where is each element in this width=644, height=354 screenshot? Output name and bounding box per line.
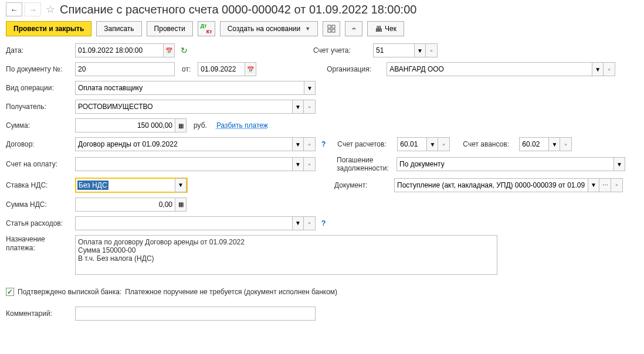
date-input[interactable]	[75, 43, 163, 57]
calcacc-input[interactable]	[397, 137, 426, 151]
comment-label: Комментарий:	[6, 309, 72, 318]
contract-input[interactable]	[75, 137, 292, 151]
optype-dropdown[interactable]: ▼	[304, 81, 316, 95]
calcacc-dropdown[interactable]: ▼	[426, 137, 438, 151]
account-label: Счет учета:	[313, 46, 370, 55]
from-label: от:	[182, 65, 191, 73]
debt-dropdown[interactable]: ▼	[614, 157, 625, 171]
calcacc-open[interactable]: ▫	[438, 137, 450, 151]
vatsum-input[interactable]	[75, 198, 175, 212]
payacc-input[interactable]	[75, 157, 292, 171]
vatsum-label: Сумма НДС:	[6, 200, 72, 209]
recipient-input[interactable]	[75, 100, 292, 114]
advacc-dropdown[interactable]: ▼	[548, 137, 560, 151]
advacc-open[interactable]: ▫	[560, 137, 572, 151]
cheque-button[interactable]: 🖶 Чек	[367, 21, 404, 36]
contract-dropdown[interactable]: ▼	[292, 137, 304, 151]
debt-label: Погашение задолженности:	[337, 156, 393, 173]
vatrate-label: Ставка НДС:	[6, 181, 72, 189]
docno-label: По документу №:	[6, 65, 72, 73]
page-title: Списание с расчетного счета 0000-000042 …	[60, 3, 416, 16]
calendar-button[interactable]: 📅	[163, 43, 175, 57]
svg-rect-2	[328, 29, 331, 32]
vatrate-input[interactable]: Без НДС	[77, 181, 109, 190]
svg-rect-1	[332, 25, 335, 28]
document-open[interactable]: ▫	[611, 178, 623, 192]
account-open[interactable]: ▫	[426, 43, 438, 57]
optype-label: Вид операции:	[6, 84, 72, 92]
document-dropdown[interactable]: ▼	[588, 178, 599, 192]
debt-input[interactable]	[396, 157, 614, 171]
paperclip-icon: 𝄐	[352, 25, 356, 33]
split-payment-link[interactable]: Разбить платеж	[216, 121, 268, 130]
account-dropdown[interactable]: ▼	[414, 43, 426, 57]
chevron-down-icon: ▼	[305, 26, 310, 32]
attachment-button[interactable]: 𝄐	[345, 21, 362, 36]
sum-input[interactable]	[75, 118, 175, 132]
sum-calc[interactable]: ▦	[175, 118, 187, 132]
advacc-input[interactable]	[519, 137, 548, 151]
vatrate-dropdown[interactable]: ▼	[175, 178, 187, 192]
document-more[interactable]: ⋯	[599, 178, 611, 192]
svg-rect-0	[328, 25, 331, 28]
recipient-dropdown[interactable]: ▼	[292, 100, 304, 114]
svg-rect-3	[332, 29, 335, 32]
printer-icon: 🖶	[375, 25, 382, 33]
structure-icon	[327, 25, 335, 33]
calcacc-label: Счет расчетов:	[337, 140, 394, 148]
favorite-star-icon[interactable]: ☆	[46, 3, 55, 16]
contract-label: Договор:	[6, 140, 72, 148]
nav-back-button[interactable]: ←	[6, 2, 22, 16]
account-input[interactable]	[373, 43, 414, 57]
recipient-open[interactable]: ▫	[304, 100, 316, 114]
contract-help[interactable]: ?	[321, 140, 326, 148]
payacc-label: Счет на оплату:	[6, 160, 72, 168]
save-button[interactable]: Записать	[96, 21, 141, 36]
sum-label: Сумма:	[6, 121, 72, 130]
confirmed-label: Подтверждено выпиской банка:	[18, 288, 121, 296]
expense-input[interactable]	[75, 216, 292, 230]
contract-open[interactable]: ▫	[304, 137, 316, 151]
create-based-on-button[interactable]: Создать на основании ▼	[220, 21, 318, 36]
optype-input[interactable]	[75, 81, 304, 95]
expense-label: Статья расходов:	[6, 219, 72, 227]
document-label: Документ:	[334, 181, 391, 189]
dtkt-button[interactable]: ДтКт	[198, 21, 215, 36]
post-and-close-button[interactable]: Провести и закрыть	[6, 21, 91, 36]
calculator-icon: ▦	[178, 122, 184, 129]
structure-button[interactable]	[323, 21, 340, 36]
calendar-icon: 📅	[247, 66, 254, 73]
docdate-calendar[interactable]: 📅	[245, 62, 256, 76]
calendar-icon: 📅	[165, 47, 172, 54]
nav-forward-button[interactable]: →	[25, 2, 41, 16]
payacc-open[interactable]: ▫	[304, 157, 316, 171]
dtkt-icon: ДтКт	[202, 24, 211, 33]
expense-help[interactable]: ?	[321, 219, 326, 227]
currency-label: руб.	[194, 121, 207, 130]
comment-input[interactable]	[75, 307, 316, 321]
payacc-dropdown[interactable]: ▼	[292, 157, 304, 171]
confirmed-checkbox[interactable]: ✓	[6, 288, 14, 296]
docdate-input[interactable]	[198, 62, 245, 76]
refresh-icon[interactable]: ↻	[181, 46, 191, 55]
calculator-icon: ▦	[178, 201, 184, 207]
vatsum-calc[interactable]: ▦	[175, 198, 187, 212]
post-button[interactable]: Провести	[147, 21, 193, 36]
purpose-label: Назначение платежа:	[6, 235, 72, 253]
org-input[interactable]	[387, 62, 592, 76]
org-label: Организация:	[327, 65, 383, 73]
org-dropdown[interactable]: ▼	[592, 62, 604, 76]
org-open[interactable]: ▫	[604, 62, 615, 76]
date-label: Дата:	[6, 46, 72, 55]
document-input[interactable]	[394, 178, 588, 192]
advacc-label: Счет авансов:	[463, 140, 516, 148]
recipient-label: Получатель:	[6, 103, 72, 111]
purpose-textarea[interactable]: Оплата по договору Договор аренды от 01.…	[75, 235, 497, 275]
docno-input[interactable]	[75, 62, 175, 76]
expense-open[interactable]: ▫	[304, 216, 316, 230]
confirmed-text: Платежное поручение не требуется (докуме…	[125, 288, 337, 296]
expense-dropdown[interactable]: ▼	[292, 216, 304, 230]
